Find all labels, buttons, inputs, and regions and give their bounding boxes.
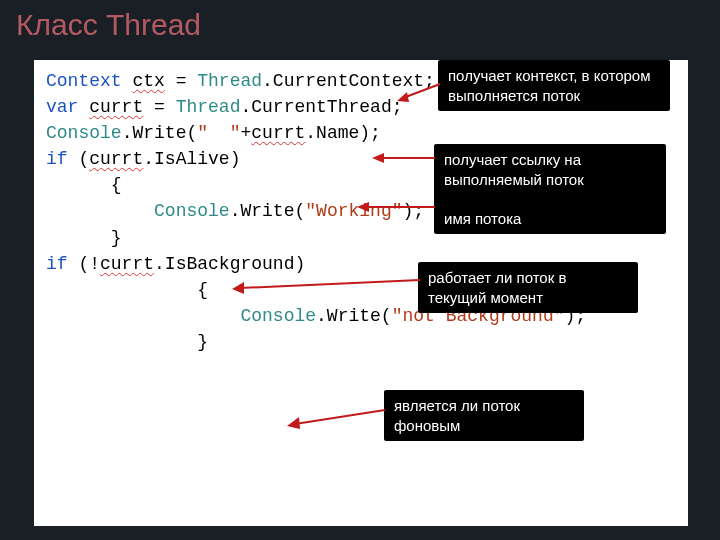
code-line: } bbox=[46, 329, 676, 355]
token-keyword: var bbox=[46, 97, 78, 117]
callout-isbackground: является ли поток фоновым bbox=[384, 390, 584, 441]
token-string: "Working" bbox=[305, 201, 402, 221]
token: .IsAlive) bbox=[143, 149, 240, 169]
token bbox=[46, 201, 154, 221]
token: .IsBackground) bbox=[154, 254, 305, 274]
token-id: currt bbox=[251, 123, 305, 143]
token-id: ctx bbox=[132, 71, 164, 91]
token: ); bbox=[403, 201, 425, 221]
slide-title: Класс Thread bbox=[0, 0, 720, 46]
token-class: Console bbox=[154, 201, 230, 221]
token-string: " " bbox=[197, 123, 240, 143]
callout-isalive: работает ли поток в текущий момент bbox=[418, 262, 638, 313]
token-keyword: if bbox=[46, 254, 68, 274]
token-id: currt bbox=[100, 254, 154, 274]
token: .CurrentThread; bbox=[240, 97, 402, 117]
token-class: Console bbox=[46, 123, 122, 143]
token-id: currt bbox=[89, 97, 143, 117]
token-class: Thread bbox=[176, 97, 241, 117]
token-class: Thread bbox=[197, 71, 262, 91]
token bbox=[122, 71, 133, 91]
token-type: Context bbox=[46, 71, 122, 91]
token: (! bbox=[68, 254, 100, 274]
token: + bbox=[240, 123, 251, 143]
token bbox=[78, 97, 89, 117]
token: .Name); bbox=[305, 123, 381, 143]
token: = bbox=[165, 71, 197, 91]
token-class: Console bbox=[240, 306, 316, 326]
token: .Write( bbox=[230, 201, 306, 221]
token bbox=[46, 306, 240, 326]
token: .CurrentContext; bbox=[262, 71, 435, 91]
code-line: Console.Write(" "+currt.Name); bbox=[46, 120, 676, 146]
token: .Write( bbox=[122, 123, 198, 143]
callout-currentthread: получает ссылку на выполняемый поток имя… bbox=[434, 144, 666, 234]
token: = bbox=[143, 97, 175, 117]
token: .Write( bbox=[316, 306, 392, 326]
token: ( bbox=[68, 149, 90, 169]
token-keyword: if bbox=[46, 149, 68, 169]
token-id: currt bbox=[89, 149, 143, 169]
callout-context: получает контекст, в котором выполняется… bbox=[438, 60, 670, 111]
